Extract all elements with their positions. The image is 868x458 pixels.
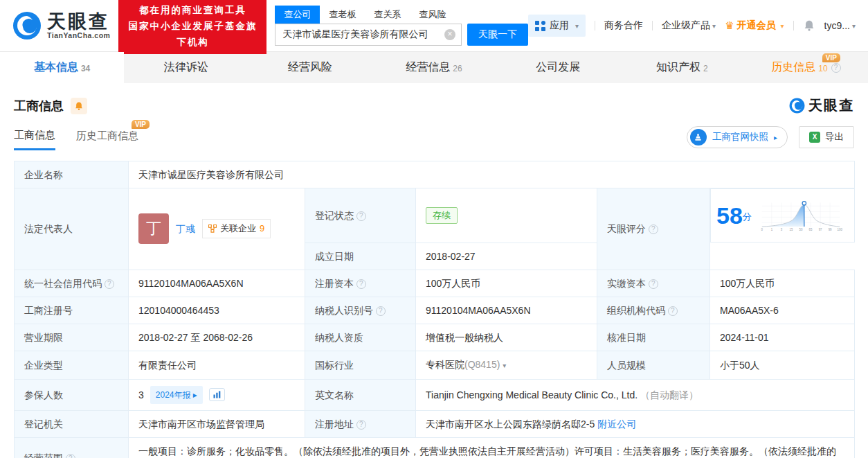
main-content: 工商信息 天眼查 工商信息 VIP 历史工商信息 [0,96,868,458]
divider [652,21,653,30]
score-value: 58 [716,202,743,229]
tab-basic-info[interactable]: 基本信息34 [0,52,124,83]
top-header: 天眼查 TianYanCha.com 都在用的商业查询工具 国家中小企业发展子基… [0,0,868,52]
org-code-value: MA06AA5X-6 [710,297,855,324]
search-tabs: 查公司 查老板 查关系 查风险 [275,6,528,24]
subscribe-bell-button[interactable] [71,98,87,114]
field-label: 国标行业 [305,351,416,379]
legal-rep-cell: 丁 丁彧 关联企业 9 [129,188,305,270]
divider [595,21,595,30]
brand-slogan: 都在用的商业查询工具 国家中小企业发展子基金旗下机构 [118,0,266,54]
chevron-down-icon: ▾ [781,22,784,30]
search-tab-relation[interactable]: 查关系 [365,6,410,24]
clear-search-icon[interactable]: × [444,29,455,40]
nearby-companies-link[interactable]: 附近公司 [597,419,636,430]
bar-chart-icon [213,391,221,398]
company-nav-tabs: 基本信息34 法律诉讼 经营风险 经营信息26 公司发展 知识产权2 VIP 历… [0,52,868,83]
tab-operation-risk[interactable]: 经营风险 [248,52,372,83]
question-icon[interactable]: ? [356,279,366,289]
question-icon[interactable]: ? [649,224,658,234]
question-icon[interactable]: ? [66,454,75,458]
tab-intellectual-property[interactable]: 知识产权2 [620,52,744,83]
tab-history-info[interactable]: VIP 历史信息10 ? [744,52,868,83]
svg-text:1: 1 [770,228,772,231]
export-button[interactable]: X 导出 [799,126,854,148]
svg-text:15: 15 [789,228,793,231]
search-tab-risk[interactable]: 查风险 [410,6,455,24]
insured-count-value: 3 [138,388,144,402]
taxpayer-id-value: 91120104MA06AA5X6N [416,297,597,324]
field-label: 参保人数 [15,379,129,410]
stamp-icon [690,129,707,146]
arrow-right-icon: ▸ [193,390,197,400]
paid-capital-value: 100万人民币 [710,270,855,297]
question-icon[interactable]: ? [105,279,114,289]
industry-value: 专科医院(Q8415) ▾ [416,351,597,379]
search-tab-company[interactable]: 查公司 [275,6,320,24]
field-label: 统一社会信用代码 ? [15,270,129,297]
subtab-history-business-info[interactable]: VIP 历史工商信息 [76,130,138,149]
chevron-down-icon[interactable]: ▾ [503,362,506,369]
table-row: 经营范围 ? 一般项目：诊所服务；化妆品零售。（除依法须经批准的项目外，凭营业执… [15,437,855,458]
reg-capital-value: 100万人民币 [416,270,597,297]
nav-cooperation[interactable]: 商务合作 [604,19,643,32]
search-input[interactable] [275,24,462,46]
field-label: 登记状态 ? [305,188,416,243]
insured-trend-button[interactable] [209,388,225,401]
notification-bell-icon[interactable] [803,19,815,32]
question-icon[interactable]: ? [356,211,366,221]
nav-enterprise[interactable]: 企业级产品▾ [662,19,716,32]
question-icon[interactable]: ? [376,306,386,316]
svg-text:65: 65 [808,228,812,231]
related-companies-badge[interactable]: 关联企业 9 [202,219,271,238]
question-icon[interactable]: ? [668,306,678,316]
question-icon[interactable]: ? [649,279,658,289]
username: tyc9... [824,20,850,31]
question-icon[interactable]: ? [356,420,366,430]
watermark-logo: 天眼查 [789,96,854,115]
official-snapshot-button[interactable]: 工商官网快照 ▸ [687,126,788,148]
tab-operation-info[interactable]: 经营信息26 [372,52,496,83]
tianyancha-eye-icon [789,98,805,114]
table-row: 法定代表人 丁 丁彧 关联企业 9 [15,188,855,243]
search-button[interactable]: 天眼一下 [467,24,528,46]
apps-menu[interactable]: 应用 ▾ [528,15,586,37]
top-right-nav: 应用 ▾ 商务合作 企业级产品▾ ♛ 开通会员 ▾ tyc9... ▾ [528,15,856,37]
credit-code-value: 91120104MA06AA5X6N [129,270,305,297]
reg-status-value: 存续 [416,188,597,243]
field-label: 人员规模 [597,351,710,379]
field-label: 登记机关 [15,410,129,437]
search-block: 查公司 查老板 查关系 查风险 × 天眼一下 [275,6,528,46]
score-cell: 58分 [710,188,855,243]
field-label: 法定代表人 [15,188,129,270]
legal-rep-avatar[interactable]: 丁 [138,213,169,244]
search-tab-boss[interactable]: 查老板 [320,6,365,24]
subtab-business-info[interactable]: 工商信息 [14,129,55,150]
svg-text:97: 97 [818,228,822,231]
legal-rep-name-link[interactable]: 丁彧 [176,222,195,236]
field-label: 成立日期 [305,243,416,270]
field-label: 实缴资本 ? [597,270,710,297]
tianyancha-logo[interactable]: 天眼查 TianYanCha.com [12,11,110,40]
approval-date-value: 2024-11-01 [710,324,855,351]
user-account-menu[interactable]: tyc9... ▾ [824,20,856,31]
table-row: 营业期限 2018-02-27 至 2068-02-26 纳税人资质 增值税一般… [15,324,855,351]
table-row: 登记机关 天津市南开区市场监督管理局 注册地址 ? 天津市南开区水上公园东路绿荫… [15,410,855,437]
svg-text:3: 3 [781,228,783,231]
table-row: 参保人数 3 2024年报 ▸ [15,379,855,410]
svg-text:50: 50 [799,228,802,231]
section-title: 工商信息 [14,98,64,114]
field-label: 纳税人识别号 ? [305,297,416,324]
open-vip-button[interactable]: ♛ 开通会员 ▾ [725,19,784,32]
table-row: 工商注册号 120104000464453 纳税人识别号 ? 91120104M… [15,297,855,324]
field-label: 注册地址 ? [305,410,416,437]
chevron-down-icon: ▾ [712,22,716,30]
question-icon[interactable]: ? [831,63,841,73]
tab-company-development[interactable]: 公司发展 [496,52,620,83]
vip-badge: VIP [132,120,150,129]
reg-number-value: 120104000464453 [129,297,305,324]
svg-text:100: 100 [837,228,842,231]
annual-report-badge[interactable]: 2024年报 ▸ [150,386,203,404]
reg-authority-value: 天津市南开区市场监督管理局 [129,410,305,437]
tab-legal-litigation[interactable]: 法律诉讼 [124,52,248,83]
